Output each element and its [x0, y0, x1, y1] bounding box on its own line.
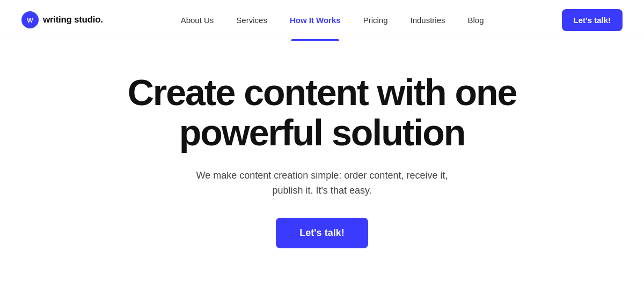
nav-link-blog[interactable]: Blog — [459, 11, 493, 29]
hero-title: Create content with one powerful solutio… — [91, 72, 553, 153]
navbar: w writing studio. About Us Services How … — [0, 0, 644, 40]
nav-link-how-it-works[interactable]: How It Works — [281, 11, 349, 29]
logo-icon: w — [21, 11, 39, 28]
hero-subtitle: We make content creation simple: order c… — [188, 168, 456, 199]
logo-text: writing studio. — [43, 14, 103, 25]
nav-cta-button[interactable]: Let's talk! — [562, 9, 623, 31]
hero-cta-button[interactable]: Let's talk! — [276, 218, 368, 248]
nav-links: About Us Services How It Works Pricing I… — [172, 11, 493, 29]
nav-link-industries[interactable]: Industries — [401, 11, 453, 29]
hero-section: Create content with one powerful solutio… — [0, 40, 644, 275]
nav-link-services[interactable]: Services — [228, 11, 276, 29]
nav-link-pricing[interactable]: Pricing — [355, 11, 397, 29]
nav-link-about-us[interactable]: About Us — [172, 11, 223, 29]
logo-link[interactable]: w writing studio. — [21, 11, 103, 28]
